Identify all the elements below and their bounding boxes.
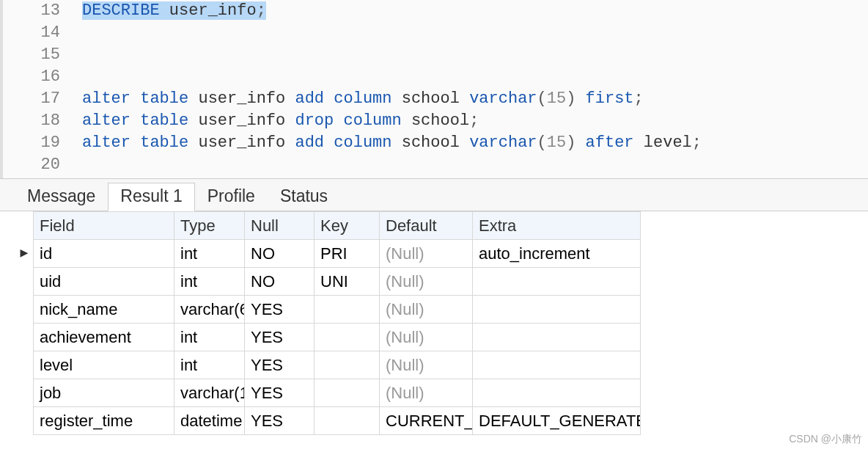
tab-message[interactable]: Message [15, 183, 108, 211]
table-cell[interactable]: nick_name [34, 296, 174, 324]
table-cell[interactable] [473, 379, 641, 407]
table-cell[interactable] [473, 351, 641, 379]
watermark: CSDN @小康竹 [789, 433, 862, 446]
table-cell[interactable]: level [34, 351, 174, 379]
line-number: 20 [3, 154, 82, 176]
table-cell[interactable]: DEFAULT_GENERATE [473, 407, 641, 435]
table-cell[interactable]: achievement [34, 324, 174, 351]
code-content[interactable]: alter table user_info drop column school… [82, 110, 479, 132]
code-line[interactable]: 16 [3, 66, 868, 88]
column-header[interactable]: Extra [473, 212, 641, 240]
table-cell[interactable]: job [34, 379, 174, 407]
table-cell[interactable]: NO [245, 268, 315, 296]
table-cell[interactable]: varchar(6 [174, 296, 245, 324]
table-cell[interactable]: UNI [315, 268, 380, 296]
line-number: 18 [3, 110, 82, 132]
code-line[interactable]: 18alter table user_info drop column scho… [3, 110, 868, 132]
code-line[interactable]: 20 [3, 154, 868, 176]
line-number: 16 [3, 66, 82, 88]
tab-profile[interactable]: Profile [195, 183, 268, 211]
code-content[interactable]: alter table user_info add column school … [82, 132, 702, 154]
column-header[interactable]: Default [380, 212, 473, 240]
table-cell[interactable] [315, 296, 380, 324]
table-cell[interactable]: YES [245, 379, 315, 407]
table-cell[interactable]: YES [245, 351, 315, 379]
table-row[interactable]: achievementintYES(Null) [34, 324, 641, 351]
result-tabs: MessageResult 1ProfileStatus [0, 178, 868, 211]
table-cell[interactable]: (Null) [380, 268, 473, 296]
code-line[interactable]: 15 [3, 44, 868, 66]
sql-editor[interactable]: 13DESCRIBE user_info;14151617alter table… [0, 0, 868, 178]
table-row[interactable]: nick_namevarchar(6YES(Null) [34, 296, 641, 324]
table-cell[interactable]: (Null) [380, 351, 473, 379]
table-cell[interactable]: int [174, 240, 245, 268]
code-line[interactable]: 19alter table user_info add column schoo… [3, 132, 868, 154]
table-cell[interactable]: auto_increment [473, 240, 641, 268]
line-number: 14 [3, 22, 82, 44]
code-content[interactable]: alter table user_info add column school … [82, 88, 644, 110]
code-line[interactable]: 13DESCRIBE user_info; [3, 0, 868, 22]
table-row[interactable]: idintNOPRI(Null)auto_increment [34, 240, 641, 268]
table-cell[interactable]: CURRENT_ [380, 407, 473, 435]
table-cell[interactable]: uid [34, 268, 174, 296]
tab-result-1[interactable]: Result 1 [108, 183, 194, 211]
table-cell[interactable]: (Null) [380, 240, 473, 268]
code-line[interactable]: 14 [3, 22, 868, 44]
table-cell[interactable]: int [174, 268, 245, 296]
table-cell[interactable] [315, 379, 380, 407]
table-cell[interactable]: NO [245, 240, 315, 268]
code-content[interactable]: DESCRIBE user_info; [82, 0, 266, 22]
table-cell[interactable] [473, 268, 641, 296]
table-cell[interactable]: varchar(1 [174, 379, 245, 407]
line-number: 15 [3, 44, 82, 66]
table-cell[interactable]: datetime [174, 407, 245, 435]
table-cell[interactable] [315, 407, 380, 435]
table-cell[interactable] [315, 324, 380, 351]
table-row[interactable]: register_timedatetimeYESCURRENT_DEFAULT_… [34, 407, 641, 435]
current-row-indicator-icon: ▶ [21, 244, 29, 260]
result-table[interactable]: FieldTypeNullKeyDefaultExtraidintNOPRI(N… [33, 211, 641, 435]
column-header[interactable]: Type [174, 212, 245, 240]
table-cell[interactable] [473, 324, 641, 351]
table-cell[interactable] [315, 351, 380, 379]
table-header-row: FieldTypeNullKeyDefaultExtra [34, 212, 641, 240]
table-row[interactable]: jobvarchar(1YES(Null) [34, 379, 641, 407]
column-header[interactable]: Null [245, 212, 315, 240]
table-cell[interactable]: int [174, 324, 245, 351]
tab-status[interactable]: Status [268, 183, 340, 211]
column-header[interactable]: Field [34, 212, 174, 240]
table-cell[interactable]: (Null) [380, 324, 473, 351]
line-number: 13 [3, 0, 82, 22]
table-cell[interactable]: register_time [34, 407, 174, 435]
line-number: 17 [3, 88, 82, 110]
table-cell[interactable]: (Null) [380, 296, 473, 324]
table-cell[interactable]: id [34, 240, 174, 268]
line-number: 19 [3, 132, 82, 154]
table-cell[interactable]: (Null) [380, 379, 473, 407]
table-row[interactable]: uidintNOUNI(Null) [34, 268, 641, 296]
column-header[interactable]: Key [315, 212, 380, 240]
table-cell[interactable]: YES [245, 296, 315, 324]
table-cell[interactable]: YES [245, 407, 315, 435]
result-pane: FieldTypeNullKeyDefaultExtraidintNOPRI(N… [0, 211, 868, 435]
table-cell[interactable]: YES [245, 324, 315, 351]
table-row[interactable]: levelintYES(Null) [34, 351, 641, 379]
code-line[interactable]: 17alter table user_info add column schoo… [3, 88, 868, 110]
table-cell[interactable]: PRI [315, 240, 380, 268]
table-cell[interactable]: int [174, 351, 245, 379]
table-cell[interactable] [473, 296, 641, 324]
